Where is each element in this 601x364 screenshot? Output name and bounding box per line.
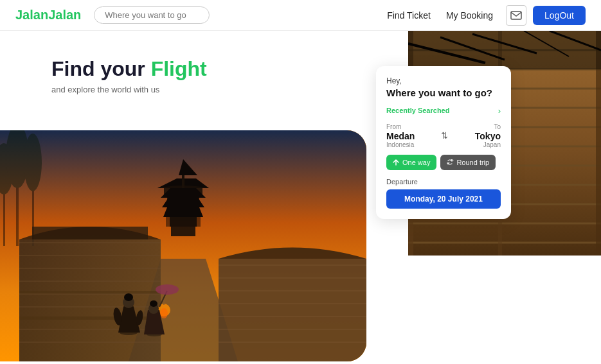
my-booking-link[interactable]: My Booking — [446, 10, 493, 21]
recently-searched-label: Recently Searched — [386, 107, 449, 114]
navbar: JalanJalan Find Ticket My Booking LogOut — [0, 0, 601, 31]
card-hey: Hey, — [386, 76, 501, 85]
find-ticket-link[interactable]: Find Ticket — [387, 10, 431, 21]
mail-icon[interactable] — [506, 5, 526, 26]
svg-point-55 — [150, 300, 157, 307]
hero-title-part1: Find your — [51, 57, 151, 80]
hero-title-highlight: Flight — [151, 57, 207, 80]
svg-marker-37 — [163, 207, 203, 217]
search-card: Hey, Where you want to go? Recently Sear… — [376, 66, 511, 219]
card-title: Where you want to go? — [386, 87, 501, 100]
svg-point-7 — [24, 134, 42, 191]
svg-point-43 — [160, 308, 168, 318]
logo: JalanJalan — [15, 8, 81, 22]
from-col: From Medan Indonesia — [386, 123, 415, 148]
trip-type-buttons: One way Round trip — [386, 155, 501, 170]
hero-subtitle: and explore the world with us — [51, 85, 207, 94]
hero-title: Find your Flight — [51, 56, 207, 81]
nav-links: Find Ticket My Booking — [387, 10, 493, 21]
main-area: Find your Flight and explore the world w… — [0, 31, 601, 364]
departure-label: Departure — [386, 178, 501, 186]
search-input[interactable] — [94, 6, 210, 24]
logout-button[interactable]: LogOut — [533, 6, 586, 25]
svg-rect-10 — [19, 239, 161, 361]
svg-rect-38 — [171, 227, 195, 236]
one-way-button[interactable]: One way — [386, 155, 436, 170]
hero-text: Find your Flight and explore the world w… — [51, 56, 207, 94]
from-city: Medan — [386, 131, 415, 141]
svg-marker-39 — [166, 217, 201, 227]
recently-searched-row[interactable]: Recently Searched › — [386, 106, 501, 116]
departure-date-button[interactable]: Monday, 20 July 2021 — [386, 189, 501, 209]
to-country: Japan — [475, 141, 501, 148]
svg-rect-0 — [511, 12, 521, 19]
from-country: Indonesia — [386, 141, 415, 148]
to-label: To — [475, 123, 501, 130]
chevron-right-icon: › — [498, 106, 501, 116]
swap-icon[interactable]: ⇄ — [440, 132, 450, 139]
round-trip-icon — [447, 159, 454, 166]
hero-background-image — [0, 130, 366, 361]
to-city: Tokyo — [475, 131, 501, 141]
svg-marker-35 — [162, 198, 204, 207]
route-row: From Medan Indonesia ⇄ To Tokyo Japan — [386, 123, 501, 148]
svg-point-49 — [124, 293, 133, 301]
from-label: From — [386, 123, 415, 130]
svg-point-57 — [156, 284, 179, 295]
plane-icon — [393, 159, 400, 166]
svg-rect-22 — [219, 259, 366, 361]
round-trip-button[interactable]: Round trip — [440, 155, 496, 170]
to-col: To Tokyo Japan — [475, 123, 501, 148]
